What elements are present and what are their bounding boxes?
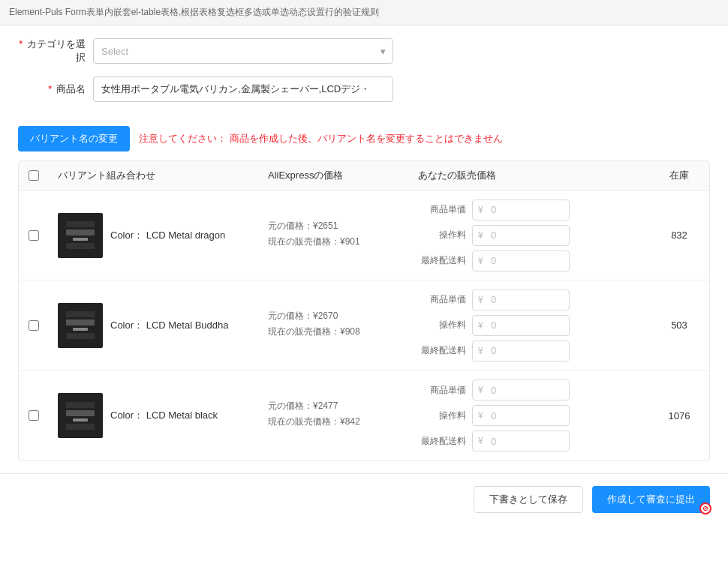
handling-fee-label: 操作料	[418, 229, 466, 242]
row2-shipping-row: 最終配送料 ¥	[418, 340, 640, 362]
row2-stock: 503	[649, 310, 709, 340]
row2-variant-label: Color： LCD Metal Buddha	[110, 319, 229, 332]
handling-fee-label2: 操作料	[418, 319, 466, 332]
header-stock: 在庫	[649, 169, 709, 182]
table-header: バリアント組み合わせ AliExpressの価格 あなたの販売価格 在庫	[19, 161, 709, 190]
row3-variant-label: Color： LCD Metal black	[110, 409, 218, 422]
unit-price-label2: 商品単価	[418, 293, 466, 306]
yen-prefix-icon6: ¥	[478, 346, 483, 356]
row1-handling-fee-row: 操作料 ¥	[418, 225, 640, 246]
row1-your-price-cell: 商品単価 ¥ 操作料 ¥ 最終配送料 ¥	[409, 194, 649, 278]
unit-price-label3: 商品単価	[418, 384, 466, 397]
yen-prefix-icon3: ¥	[478, 256, 483, 266]
row2-original-price: 元の価格：¥2670	[268, 310, 400, 322]
header-variant-combo: バリアント組み合わせ	[49, 169, 259, 182]
row1-checkbox[interactable]	[29, 230, 39, 241]
table-row: Color： LCD Metal black 元の価格：¥2477 現在の販売価…	[19, 370, 709, 460]
row1-stock: 832	[649, 220, 709, 250]
shipping-label2: 最終配送料	[418, 344, 466, 357]
row3-current-price: 現在の販売価格：¥842	[268, 416, 400, 428]
category-select[interactable]: Select	[93, 38, 393, 64]
row2-variant-cell: Color： LCD Metal Buddha	[49, 294, 259, 357]
row2-unit-price-row: 商品単価 ¥	[418, 290, 640, 310]
row3-handling-fee-input[interactable]	[472, 405, 570, 426]
required-star-category: *	[19, 38, 23, 50]
yen-prefix-icon: ¥	[478, 205, 483, 215]
row2-shipping-input[interactable]	[472, 340, 570, 362]
row3-shipping-wrapper: ¥	[472, 430, 570, 452]
row3-handling-fee-wrapper: ¥	[472, 405, 570, 426]
row3-unit-price-wrapper: ¥	[472, 380, 570, 400]
row3-handling-fee-row: 操作料 ¥	[418, 405, 640, 426]
table-row: Color： LCD Metal dragon 元の価格：¥2651 現在の販売…	[19, 190, 709, 280]
variant-section: バリアント名の変更 注意してください： 商品を作成した後、バリアント名を変更する…	[0, 126, 728, 473]
row1-shipping-input[interactable]	[472, 250, 570, 272]
product-name-input[interactable]	[93, 76, 393, 102]
row1-variant-cell: Color： LCD Metal dragon	[49, 204, 259, 267]
row1-shipping-row: 最終配送料 ¥	[418, 250, 640, 272]
variant-header-row: バリアント名の変更 注意してください： 商品を作成した後、バリアント名を変更する…	[18, 126, 710, 152]
category-row: * カテゴリを選択 Select ▾	[18, 38, 710, 64]
category-select-wrapper: Select ▾	[93, 38, 393, 64]
table-row: Color： LCD Metal Buddha 元の価格：¥2670 現在の販売…	[19, 280, 709, 370]
shipping-label3: 最終配送料	[418, 435, 466, 448]
row2-checkbox-cell	[19, 320, 49, 331]
row2-unit-price-wrapper: ¥	[472, 290, 570, 310]
product-name-row: * 商品名	[18, 76, 710, 102]
footer-actions: 下書きとして保存 作成して審査に提出 ⊘	[0, 473, 728, 525]
submit-button[interactable]: 作成して審査に提出 ⊘	[592, 486, 710, 513]
row1-current-price: 現在の販売価格：¥901	[268, 236, 400, 248]
row3-aliexpress-price: 元の価格：¥2477 現在の販売価格：¥842	[259, 391, 409, 440]
change-variant-button[interactable]: バリアント名の変更	[18, 126, 130, 152]
yen-prefix-icon8: ¥	[478, 410, 483, 421]
select-all-checkbox[interactable]	[29, 170, 39, 181]
no-submit-icon: ⊘	[699, 502, 711, 514]
required-star-name: *	[48, 83, 52, 94]
yen-prefix-icon7: ¥	[478, 385, 483, 395]
row1-original-price: 元の価格：¥2651	[268, 220, 400, 232]
row1-aliexpress-price: 元の価格：¥2651 現在の販売価格：¥901	[259, 211, 409, 260]
row3-your-price-cell: 商品単価 ¥ 操作料 ¥ 最終配送料 ¥	[409, 374, 649, 458]
row2-product-image	[58, 303, 103, 348]
row3-checkbox-cell	[19, 410, 49, 421]
row3-original-price: 元の価格：¥2477	[268, 400, 400, 412]
header-checkbox-cell	[19, 169, 49, 182]
yen-prefix-icon4: ¥	[478, 295, 483, 305]
row3-product-image	[58, 393, 103, 438]
row1-unit-price-wrapper: ¥	[472, 200, 570, 220]
row3-unit-price-row: 商品単価 ¥	[418, 380, 640, 400]
row1-variant-label: Color： LCD Metal dragon	[110, 229, 225, 242]
variant-warning: 注意してください： 商品を作成した後、バリアント名を変更することはできません	[139, 132, 503, 146]
save-draft-button[interactable]: 下書きとして保存	[474, 486, 583, 513]
row1-checkbox-cell	[19, 230, 49, 241]
row2-current-price: 現在の販売価格：¥908	[268, 326, 400, 338]
page-title: Element-Puls Form表単内嵌套el-table表格,根据表格复选框…	[0, 0, 728, 26]
row2-shipping-wrapper: ¥	[472, 340, 570, 362]
yen-prefix-icon5: ¥	[478, 320, 483, 331]
row3-unit-price-input[interactable]	[472, 380, 570, 400]
row2-handling-fee-wrapper: ¥	[472, 315, 570, 336]
row2-aliexpress-price: 元の価格：¥2670 現在の販売価格：¥908	[259, 301, 409, 350]
row1-unit-price-input[interactable]	[472, 200, 570, 220]
header-aliexpress-price: AliExpressの価格	[259, 169, 409, 182]
row3-stock: 1076	[649, 401, 709, 430]
row1-shipping-wrapper: ¥	[472, 250, 570, 272]
row1-handling-fee-wrapper: ¥	[472, 225, 570, 246]
row1-unit-price-row: 商品単価 ¥	[418, 200, 640, 220]
category-label: * カテゴリを選択	[18, 38, 93, 64]
row2-handling-fee-input[interactable]	[472, 315, 570, 336]
row1-handling-fee-input[interactable]	[472, 225, 570, 246]
yen-prefix-icon2: ¥	[478, 230, 483, 241]
yen-prefix-icon9: ¥	[478, 436, 483, 446]
row3-shipping-input[interactable]	[472, 430, 570, 452]
handling-fee-label3: 操作料	[418, 410, 466, 422]
row2-handling-fee-row: 操作料 ¥	[418, 315, 640, 336]
row2-checkbox[interactable]	[29, 320, 39, 331]
row1-product-image	[58, 213, 103, 258]
warning-prefix: 注意してください：	[139, 133, 227, 144]
row3-shipping-row: 最終配送料 ¥	[418, 430, 640, 452]
row2-unit-price-input[interactable]	[472, 290, 570, 310]
row3-checkbox[interactable]	[29, 410, 39, 421]
row3-variant-cell: Color： LCD Metal black	[49, 384, 259, 447]
unit-price-label: 商品単価	[418, 203, 466, 216]
